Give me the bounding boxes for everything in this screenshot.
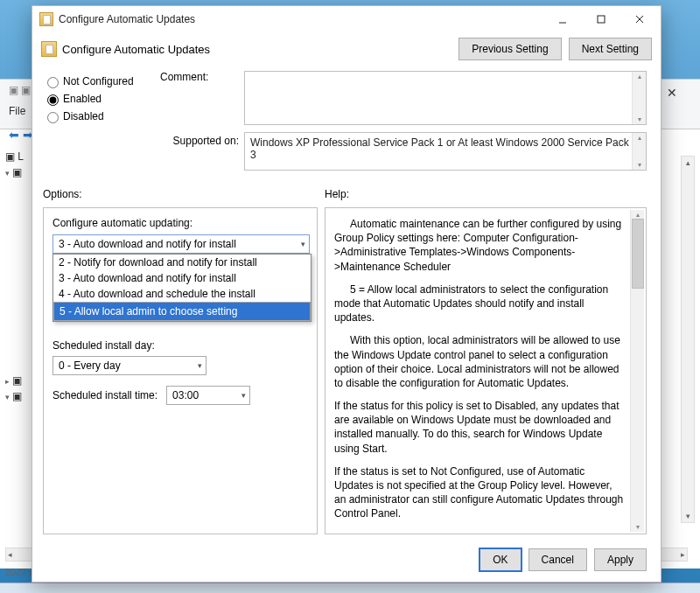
chevron-down-icon: ▾ <box>242 391 246 400</box>
help-section-label: Help: <box>325 188 349 200</box>
previous-setting-button[interactable]: Previous Setting <box>458 38 561 60</box>
next-setting-button[interactable]: Next Setting <box>569 38 652 60</box>
supported-scrollbar[interactable]: ▴▾ <box>632 133 646 170</box>
maximize-button[interactable] <box>582 7 620 31</box>
subheader: Configure Automatic Updates Previous Set… <box>32 32 661 67</box>
close-button[interactable] <box>620 7 659 31</box>
help-text: Automatic maintenance can be further con… <box>334 217 625 521</box>
state-radio-group: Not Configured Enabled Disabled <box>43 71 155 127</box>
background-vertical-scrollbar[interactable]: ▴▾ <box>681 156 695 523</box>
help-paragraph: Automatic maintenance can be further con… <box>334 217 625 274</box>
chevron-down-icon: ▾ <box>198 361 202 370</box>
radio-label: Not Configured <box>63 75 134 87</box>
close-icon <box>635 15 644 24</box>
configure-updating-dropdown[interactable]: 2 - Notify for download and notify for i… <box>52 254 312 322</box>
background-status-text: 2027 s <box>5 567 34 577</box>
scroll-up-icon[interactable]: ▴ <box>636 211 640 219</box>
radio-disabled[interactable]: Disabled <box>43 109 155 123</box>
svg-rect-1 <box>598 16 605 23</box>
supported-on-label: Supported on: <box>160 132 239 147</box>
radio-enabled-input[interactable] <box>47 94 59 106</box>
maximize-icon <box>597 15 606 24</box>
supported-on-box: Windows XP Professional Service Pack 1 o… <box>244 132 647 171</box>
dialog-footer: OK Cancel Apply <box>32 541 661 582</box>
help-paragraph: 5 = Allow local administrators to select… <box>334 283 625 325</box>
radio-label: Enabled <box>63 93 102 105</box>
dialog-subtitle: Configure Automatic Updates <box>62 43 458 56</box>
supported-on-text: Windows XP Professional Service Pack 1 o… <box>250 136 629 161</box>
dropdown-item-selected[interactable]: 5 - Allow local admin to choose setting <box>53 302 311 321</box>
tree-node-expanded[interactable]: ▣ <box>5 390 24 402</box>
scheduled-time-label: Scheduled install time: <box>52 389 158 401</box>
radio-disabled-input[interactable] <box>47 112 59 123</box>
help-paragraph: With this option, local administrators w… <box>334 333 625 390</box>
tree-node-collapsed[interactable]: ▣ <box>5 374 24 387</box>
background-nav-arrows[interactable]: ⬅ ➡ <box>9 128 33 142</box>
scheduled-day-select[interactable]: 0 - Every day ▾ <box>52 356 206 375</box>
help-paragraph: If the status is set to Not Configured, … <box>334 464 625 521</box>
dropdown-item[interactable]: 3 - Auto download and notify for install <box>53 270 311 286</box>
dropdown-item[interactable]: 4 - Auto download and schedule the insta… <box>53 286 311 302</box>
help-scrollbar[interactable]: ▴ ▾ <box>630 210 644 532</box>
window-title: Configure Automatic Updates <box>59 13 543 25</box>
tree-node[interactable]: ▣ L <box>5 150 24 163</box>
minimize-icon <box>558 15 567 24</box>
comment-label: Comment: <box>160 71 239 83</box>
background-file-menu[interactable]: File <box>9 105 25 117</box>
select-value: 0 - Every day <box>59 359 121 372</box>
policy-icon <box>41 41 57 57</box>
radio-label: Disabled <box>63 110 104 122</box>
taskbar <box>0 583 700 593</box>
tree-node-expanded[interactable]: ▣ <box>5 166 24 178</box>
combo-value: 3 - Auto download and notify for install <box>59 238 236 250</box>
radio-enabled[interactable]: Enabled <box>43 92 155 106</box>
scroll-down-icon[interactable]: ▾ <box>636 523 640 531</box>
background-toolbar-icons: ▣ ▣ <box>9 84 31 96</box>
scheduled-day-label: Scheduled install day: <box>52 339 308 352</box>
radio-not-configured-input[interactable] <box>47 77 59 88</box>
options-panel: Configure automatic updating: 3 - Auto d… <box>43 207 318 534</box>
configure-updating-label: Configure automatic updating: <box>52 217 308 229</box>
chevron-down-icon: ▾ <box>301 240 305 248</box>
radio-not-configured[interactable]: Not Configured <box>43 74 155 88</box>
comment-textarea[interactable]: ▴▾ <box>244 71 647 125</box>
configure-updating-combo[interactable]: 3 - Auto download and notify for install… <box>52 234 310 254</box>
dropdown-item[interactable]: 2 - Notify for download and notify for i… <box>53 255 311 270</box>
titlebar: Configure Automatic Updates <box>32 6 661 32</box>
back-arrow-icon[interactable]: ⬅ <box>9 128 19 142</box>
configure-updates-dialog: Configure Automatic Updates Configure Au… <box>32 5 662 583</box>
policy-icon <box>39 12 53 26</box>
help-paragraph: If the status for this policy is set to … <box>334 399 625 456</box>
options-section-label: Options: <box>43 188 325 200</box>
minimize-button[interactable] <box>543 7 582 31</box>
apply-button[interactable]: Apply <box>594 548 647 571</box>
scheduled-time-select[interactable]: 03:00 ▾ <box>166 386 250 405</box>
cancel-button[interactable]: Cancel <box>528 548 587 571</box>
scrollbar-thumb[interactable] <box>632 219 644 289</box>
help-panel: Automatic maintenance can be further con… <box>325 207 647 534</box>
comment-scrollbar[interactable]: ▴▾ <box>632 72 646 124</box>
ok-button[interactable]: OK <box>480 548 521 571</box>
background-tree[interactable]: ▣ L ▣ ▣ ▣ <box>5 150 24 406</box>
select-value: 03:00 <box>172 389 199 401</box>
